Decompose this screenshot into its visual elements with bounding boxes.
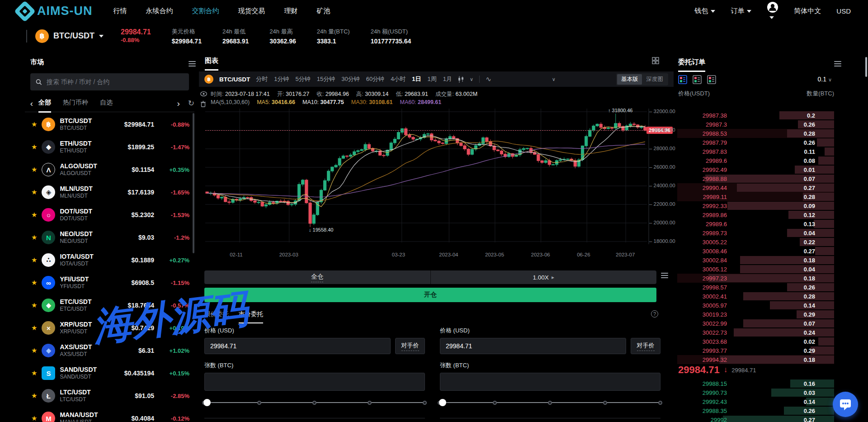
- orderbook-row[interactable]: 29988.530.28: [677, 129, 834, 138]
- orderbook-row[interactable]: 29987.380.2: [677, 111, 834, 120]
- timeframe-5分钟[interactable]: 5分钟: [295, 75, 310, 83]
- timeframe-1日[interactable]: 1日: [412, 75, 421, 83]
- search-input[interactable]: [46, 78, 184, 86]
- candlestick-style-icon[interactable]: [458, 76, 464, 83]
- market-tab-0[interactable]: 全部: [38, 99, 51, 113]
- orderbook-row[interactable]: 29989.110.28: [677, 192, 834, 201]
- favorite-star-icon[interactable]: ★: [31, 301, 37, 309]
- timeframe-15分钟[interactable]: 15分钟: [317, 75, 335, 83]
- orderbook-row[interactable]: 29994.320.18: [677, 355, 834, 364]
- chevron-left-icon[interactable]: ‹: [25, 99, 38, 109]
- market-scrollbar[interactable]: [193, 113, 194, 253]
- orderbook-row[interactable]: 29990.440.27: [677, 183, 834, 192]
- favorite-star-icon[interactable]: ★: [31, 324, 37, 332]
- favorite-star-icon[interactable]: ★: [31, 392, 37, 400]
- counter-price-button[interactable]: 对手价: [631, 338, 660, 354]
- qty-slider-long[interactable]: [204, 399, 425, 406]
- timeframe-1分钟[interactable]: 1分钟: [274, 75, 289, 83]
- orderbook-row[interactable]: 29988.150.16: [677, 379, 834, 388]
- orderbook-row[interactable]: 29992.430.14: [677, 397, 834, 406]
- market-row[interactable]: ★×XRP/USDTXRP/USDT$0.7429+0.19%: [25, 317, 191, 339]
- orderbook-row[interactable]: 29990.730.03: [677, 388, 834, 397]
- orderbook-row[interactable]: 30005.120.04: [677, 265, 834, 274]
- favorite-star-icon[interactable]: ★: [31, 279, 37, 287]
- margin-mode-button[interactable]: 全仓: [204, 270, 431, 284]
- qty-input-short[interactable]: [440, 373, 660, 391]
- market-row[interactable]: ★◈MLN/USDTMLN/USDT$17.6139-1.65%: [25, 181, 191, 204]
- orderbook-row[interactable]: 30002.410.28: [677, 292, 834, 301]
- orderbook-row[interactable]: 30005.970.14: [677, 301, 834, 310]
- orderbook-row[interactable]: 29987.790.26: [677, 138, 834, 147]
- timeframe-30分钟[interactable]: 30分钟: [341, 75, 359, 83]
- market-row[interactable]: ★∞YFI/USDTYFI/USDT$6908.5-1.15%: [25, 271, 191, 294]
- timeframe-60分钟[interactable]: 60分钟: [366, 75, 384, 83]
- view-tab[interactable]: 深度图: [642, 74, 667, 85]
- price-input-long[interactable]: [204, 338, 391, 354]
- orderbook-row[interactable]: 29988.350.26: [677, 406, 834, 415]
- orderbook-row[interactable]: 299920.27: [677, 415, 834, 422]
- price-input-short[interactable]: [440, 338, 626, 354]
- orderbook-layout-icon[interactable]: [678, 75, 687, 84]
- open-position-button[interactable]: 开仓: [204, 288, 656, 302]
- orderbook-row[interactable]: 29989.60.13: [677, 219, 834, 228]
- orderbook-row[interactable]: 29998.570.26: [677, 283, 834, 292]
- timeframe-4小时[interactable]: 4小时: [391, 75, 406, 83]
- pair-selector[interactable]: BTC/USDT: [53, 31, 94, 41]
- chevron-down-icon[interactable]: ∨: [552, 76, 556, 82]
- account-menu[interactable]: [767, 1, 778, 21]
- view-tab[interactable]: 基本版: [617, 74, 642, 85]
- refresh-icon[interactable]: ↻: [188, 99, 194, 108]
- favorite-star-icon[interactable]: ★: [31, 166, 37, 174]
- orders-menu[interactable]: 订单: [731, 7, 751, 15]
- orderbook-row[interactable]: 29992.490.01: [677, 165, 834, 174]
- market-row[interactable]: ★ΛALGO/USDTALGO/USDT$0.1154+0.35%: [25, 158, 191, 181]
- logo[interactable]: AIMS-UN: [17, 4, 93, 19]
- layout-grid-icon[interactable]: [652, 57, 659, 64]
- search-box[interactable]: [30, 73, 189, 90]
- market-tab-2[interactable]: 自选: [100, 99, 113, 113]
- orderbook-row[interactable]: 30022.730.24: [677, 328, 834, 337]
- chevron-down-icon[interactable]: ∨: [470, 76, 473, 82]
- favorite-star-icon[interactable]: ★: [31, 414, 37, 422]
- market-menu-icon[interactable]: [189, 60, 196, 68]
- leverage-button[interactable]: 1.00X▸: [431, 270, 657, 284]
- orderbook-row[interactable]: 29997.230.18: [677, 274, 834, 283]
- currency-selector[interactable]: USD: [836, 7, 851, 15]
- favorite-star-icon[interactable]: ★: [31, 120, 37, 128]
- orderbook-row[interactable]: 30008.460.27: [677, 247, 834, 256]
- market-row[interactable]: ★◆AXS/USDTAXS/USDT$6.31+1.02%: [25, 339, 191, 362]
- orderbook-row[interactable]: 30002.840.18: [677, 256, 834, 265]
- slider-thumb[interactable]: [439, 399, 446, 406]
- orderbook-layout-icon[interactable]: [707, 75, 716, 84]
- orderbook-scrollbar[interactable]: [865, 57, 867, 77]
- favorite-star-icon[interactable]: ★: [31, 256, 37, 264]
- orderbook-title[interactable]: 委托订单: [678, 58, 705, 72]
- qty-input-long[interactable]: [204, 373, 425, 391]
- nav-item-5[interactable]: 矿池: [317, 7, 330, 15]
- orderbook-row[interactable]: 29992.330.09: [677, 201, 834, 210]
- language-selector[interactable]: 简体中文: [794, 7, 821, 15]
- orderbook-row[interactable]: 29989.860.12: [677, 210, 834, 219]
- market-row[interactable]: ★NNEO/USDTNEO/USDT$9.03-1.2%: [25, 226, 191, 249]
- tab-limit-order[interactable]: 限价委托: [204, 310, 229, 323]
- timeframe-1周[interactable]: 1周: [428, 75, 437, 83]
- market-row[interactable]: ★○DOT/USDTDOT/USDT$5.2302-1.53%: [25, 204, 191, 226]
- help-icon[interactable]: ?: [651, 310, 658, 318]
- orderbook-row[interactable]: 29989.60.08: [677, 156, 834, 165]
- qty-slider-short[interactable]: [440, 399, 660, 406]
- trade-menu-icon[interactable]: [661, 271, 668, 280]
- orderbook-row[interactable]: 30022.990.07: [677, 319, 834, 328]
- nav-item-1[interactable]: 永续合约: [146, 7, 173, 15]
- market-row[interactable]: ★∴IOTA/USDTIOTA/USDT$0.1889+0.27%: [25, 249, 191, 271]
- tab-market-order[interactable]: 市价委托: [239, 310, 263, 323]
- orderbook-row[interactable]: 29989.730.04: [677, 228, 834, 237]
- market-row[interactable]: ★◆ETC/USDTETC/USDT$18.7644-0.57%: [25, 294, 191, 317]
- timeframe-分时[interactable]: 分时: [256, 75, 268, 83]
- orderbook-row[interactable]: 29987.30.26: [677, 120, 834, 129]
- chart-tab[interactable]: 图表: [205, 57, 218, 71]
- timeframe-1月[interactable]: 1月: [443, 75, 452, 83]
- favorite-star-icon[interactable]: ★: [31, 211, 37, 219]
- nav-item-2[interactable]: 交割合约: [192, 7, 219, 15]
- orderbook-row[interactable]: 30023.680.02: [677, 337, 834, 346]
- eye-icon[interactable]: [200, 91, 207, 96]
